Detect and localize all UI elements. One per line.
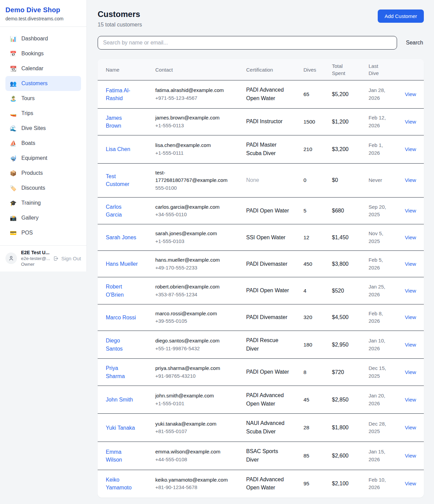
customer-name-link[interactable]: Diego Santos — [106, 337, 138, 352]
sidebar-item-products[interactable]: 📦 Products — [5, 166, 81, 181]
view-customer-link[interactable]: View — [405, 481, 416, 486]
customer-name-link[interactable]: Carlos Garcia — [106, 203, 138, 219]
customer-dives: 28 — [303, 414, 332, 442]
column-header-actions — [405, 59, 424, 80]
customer-last-dive: Jan 20, 2026 — [369, 386, 405, 414]
sidebar-item-equipment[interactable]: 🤿 Equipment — [5, 151, 81, 166]
sailboat-icon: ⛵ — [9, 140, 17, 147]
sidebar-item-trips[interactable]: 🚤 Trips — [5, 106, 81, 121]
customer-name-link[interactable]: Emma Wilson — [106, 448, 138, 464]
graduation-cap-icon: 🎓 — [9, 200, 17, 206]
bar-chart-icon: 📊 — [9, 36, 17, 42]
sidebar-item-label: Gallery — [21, 215, 39, 221]
customer-name-link[interactable]: Priya Sharma — [106, 364, 138, 380]
customer-certification: PADI Open Water — [246, 207, 289, 215]
view-customer-link[interactable]: View — [405, 314, 416, 320]
sidebar-item-discounts[interactable]: 🏷️ Discounts — [5, 181, 81, 195]
customer-total-spent: $2,950 — [332, 331, 369, 359]
customer-name-link[interactable]: Lisa Chen — [106, 145, 130, 153]
customer-total-spent: $3,800 — [332, 251, 369, 277]
sidebar-item-dashboard[interactable]: 📊 Dashboard — [5, 31, 81, 46]
customer-phone: +971-55-123-4567 — [155, 94, 233, 102]
column-header-certification: Certification — [246, 59, 303, 80]
view-customer-link[interactable]: View — [405, 119, 416, 125]
table-row: Diego Santos diego.santos@example.com +5… — [98, 331, 424, 359]
customer-email: keiko.yamamoto@example.com — [155, 476, 233, 484]
view-customer-link[interactable]: View — [405, 288, 416, 294]
sidebar-item-label: Calendar — [21, 66, 43, 72]
customer-email: test-1772681807767@example.com — [155, 169, 233, 184]
search-button[interactable]: Search — [405, 37, 424, 49]
customer-dives: 45 — [303, 386, 332, 414]
customer-certification: PADI Open Water — [246, 286, 289, 295]
search-input[interactable] — [98, 36, 397, 50]
customer-last-dive: Dec 15, 2025 — [369, 359, 405, 386]
column-header-dives: Dives — [303, 59, 332, 80]
sidebar-item-label: POS — [21, 230, 33, 236]
sidebar-item-gallery[interactable]: 📸 Gallery — [5, 210, 81, 225]
view-customer-link[interactable]: View — [405, 177, 416, 183]
customer-count: 15 total customers — [98, 22, 142, 28]
sidebar-item-boats[interactable]: ⛵ Boats — [5, 136, 81, 151]
customer-last-dive: Jan 15, 2026 — [369, 442, 405, 470]
view-customer-link[interactable]: View — [405, 369, 416, 375]
sidebar-item-bookings[interactable]: 📅 Bookings — [5, 46, 81, 61]
sidebar-item-tours[interactable]: 🏝️ Tours — [5, 91, 81, 106]
sidebar-item-training[interactable]: 🎓 Training — [5, 195, 81, 210]
customer-name-link[interactable]: Sarah Jones — [106, 234, 136, 241]
label-tag-icon: 🏷️ — [9, 185, 17, 191]
view-customer-link[interactable]: View — [405, 261, 416, 267]
view-customer-link[interactable]: View — [405, 342, 416, 348]
user-info: E2E Test U... e2e-tester@... Owner — [21, 250, 50, 267]
view-customer-link[interactable]: View — [405, 91, 416, 97]
customer-name-link[interactable]: Robert O'Brien — [106, 283, 138, 298]
sidebar-item-label: Customers — [21, 80, 47, 87]
view-customer-link[interactable]: View — [405, 453, 416, 459]
view-customer-link[interactable]: View — [405, 425, 416, 430]
customer-name-link[interactable]: John Smith — [106, 396, 133, 404]
view-customer-link[interactable]: View — [405, 208, 416, 213]
sidebar-item-label: Training — [21, 200, 41, 206]
customer-name-link[interactable]: James Brown — [106, 114, 138, 130]
table-row: James Brown james.brown@example.com +1-5… — [98, 108, 424, 135]
sidebar-item-customers[interactable]: 👥 Customers — [5, 76, 81, 91]
customer-total-spent: $4,500 — [332, 304, 369, 331]
customer-name-link[interactable]: Test Customer — [106, 172, 138, 188]
customer-certification: None — [246, 176, 259, 185]
user-email: e2e-tester@... — [21, 256, 50, 261]
customer-total-spent: $0 — [332, 163, 369, 198]
view-customer-link[interactable]: View — [405, 397, 416, 403]
calendar-icon: 📅 — [9, 51, 17, 57]
customer-certification: SSI Open Water — [246, 234, 285, 242]
customer-email: john.smith@example.com — [155, 392, 233, 400]
view-customer-link[interactable]: View — [405, 235, 416, 240]
customer-phone: +39-555-0105 — [155, 317, 233, 325]
customer-email: hans.mueller@example.com — [155, 256, 233, 264]
table-row: Hans Mueller hans.mueller@example.com +4… — [98, 251, 424, 277]
customer-name-link[interactable]: Yuki Tanaka — [106, 424, 135, 432]
sidebar: Demo Dive Shop demo.test.divestreams.com… — [0, 0, 87, 272]
customer-total-spent: $1,200 — [332, 108, 369, 135]
customer-phone: +1-555-0113 — [155, 122, 233, 130]
sidebar-item-label: Dive Sites — [21, 125, 46, 131]
customer-name-link[interactable]: Marco Rossi — [106, 314, 136, 321]
sidebar-item-calendar[interactable]: 📆 Calendar — [5, 61, 81, 76]
sign-out-button[interactable]: Sign Out — [53, 256, 81, 261]
customer-total-spent: $2,600 — [332, 442, 369, 470]
table-row: Carlos Garcia carlos.garcia@example.com … — [98, 198, 424, 224]
page-title: Customers — [98, 10, 142, 19]
sidebar-item-pos[interactable]: 💳 POS — [5, 225, 81, 240]
customer-certification: PADI Master Scuba Diver — [246, 141, 290, 158]
column-header-name: Name — [98, 59, 155, 80]
customer-name-link[interactable]: Hans Mueller — [106, 260, 138, 268]
customer-certification: NAUI Advanced Scuba Diver — [246, 419, 290, 436]
customer-name-link[interactable]: Keiko Yamamoto — [106, 476, 138, 491]
customer-name-link[interactable]: Fatima Al-Rashid — [106, 87, 138, 102]
sidebar-item-label: Equipment — [21, 155, 47, 161]
table-row: Priya Sharma priya.sharma@example.com +9… — [98, 359, 424, 386]
sidebar-item-dive-sites[interactable]: 🌊 Dive Sites — [5, 121, 81, 136]
customer-last-dive: Sep 20, 2025 — [369, 198, 405, 224]
wave-icon: 🌊 — [9, 125, 17, 132]
view-customer-link[interactable]: View — [405, 146, 416, 152]
add-customer-button[interactable]: Add Customer — [378, 10, 424, 23]
